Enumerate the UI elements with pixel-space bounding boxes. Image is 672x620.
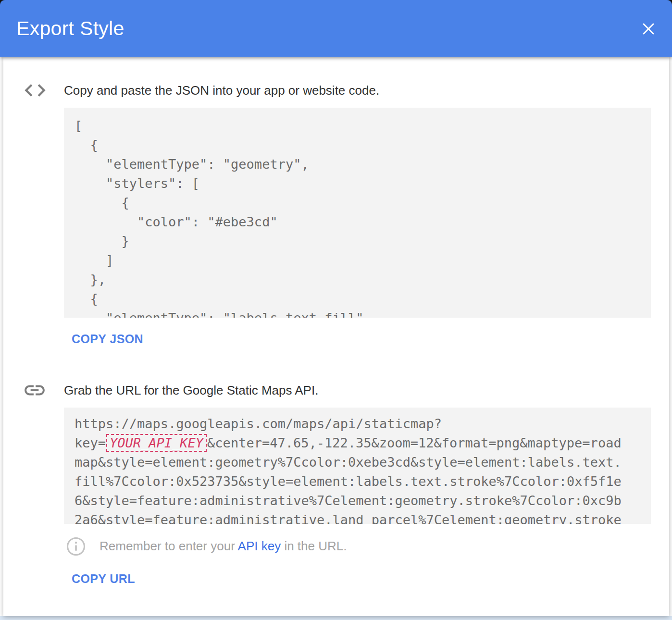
- url-section-header: Grab the URL for the Google Static Maps …: [64, 383, 651, 398]
- code-line: "stylers": [: [75, 174, 646, 193]
- note-prefix: Remember to enter your: [100, 539, 238, 553]
- json-instruction: Copy and paste the JSON into your app or…: [64, 83, 379, 98]
- api-key-link[interactable]: API key: [238, 539, 281, 553]
- info-icon: [66, 536, 86, 558]
- url-instruction: Grab the URL for the Google Static Maps …: [64, 383, 318, 398]
- close-icon: [641, 21, 656, 37]
- code-line: [: [75, 116, 646, 136]
- copy-json-button[interactable]: COPY JSON: [72, 331, 146, 347]
- url-line: https://maps.googleapis.com/maps/api/sta…: [75, 414, 646, 434]
- url-line: key=YOUR_API_KEY&center=47.65,-122.35&zo…: [75, 434, 646, 453]
- code-line: },: [75, 270, 646, 289]
- copy-url-button[interactable]: COPY URL: [72, 571, 138, 587]
- url-line: map&style=element:geometry%7Ccolor:0xebe…: [75, 453, 646, 472]
- url-line: 2a6&style=feature:administrative.land_pa…: [75, 510, 646, 524]
- link-icon: [23, 378, 47, 404]
- note-suffix: in the URL.: [281, 539, 347, 553]
- static-map-url-block[interactable]: https://maps.googleapis.com/maps/api/sta…: [64, 408, 651, 524]
- code-icon: [23, 78, 48, 105]
- api-key-note: Remember to enter your API key in the UR…: [66, 536, 651, 557]
- code-line: "elementType": "geometry",: [75, 155, 646, 174]
- note-text: Remember to enter your API key in the UR…: [100, 536, 347, 554]
- export-style-dialog: Copy and paste the JSON into your app or…: [3, 57, 669, 616]
- api-key-placeholder: YOUR_API_KEY: [106, 434, 207, 452]
- json-code-block[interactable]: [ { "elementType": "geometry", "stylers"…: [64, 108, 651, 318]
- code-line: {: [75, 136, 646, 155]
- code-line: "color": "#ebe3cd": [75, 212, 646, 232]
- json-section-header: Copy and paste the JSON into your app or…: [64, 83, 651, 98]
- dialog-header: Export Style: [0, 0, 672, 57]
- code-line: }: [75, 232, 646, 251]
- code-line: "elementType": "labels.text.fill": [75, 309, 646, 318]
- code-line: {: [75, 193, 646, 212]
- code-line: ]: [75, 251, 646, 270]
- dialog-title: Export Style: [16, 17, 124, 40]
- url-line: fill%7Ccolor:0x523735&style=element:labe…: [75, 472, 646, 491]
- code-line: {: [75, 289, 646, 309]
- close-button[interactable]: [639, 20, 658, 38]
- page-bottom-strip: [0, 616, 672, 620]
- url-line: 6&style=feature:administrative%7Celement…: [75, 491, 646, 510]
